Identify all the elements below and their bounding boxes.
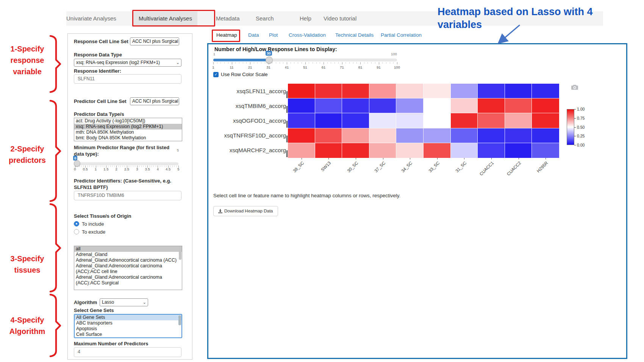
list-option-bmt-body-dna-850k-methylation[interactable]: bmt: Body DNA 850K Methylation [74, 135, 182, 141]
slider-tick-21: 21 [244, 65, 256, 69]
nav-item-video-tutorial[interactable]: Video tutorial [324, 11, 356, 26]
slider-tick-71: 71 [336, 65, 348, 69]
tissue-include-radio[interactable] [74, 221, 79, 226]
predictor-cell-line-set-label: Predictor Cell Line Set [74, 98, 127, 105]
list-option-apoptosis[interactable]: Apoptosis [75, 326, 181, 332]
minor-tick [135, 165, 135, 167]
response-identifier-input[interactable]: SLFN11 [74, 74, 181, 84]
heatmap-row-label-xsqogfod1-accorg[interactable]: xsqOGFOD1_accorg [208, 117, 286, 124]
camera-icon[interactable] [571, 84, 578, 91]
response-cell-line-set-select[interactable]: ACC NCI plus Surgical⌄ [130, 37, 179, 45]
heatmap-cell-xsqTMBIM6_accorg-SW13 [315, 98, 342, 113]
minor-tick [356, 62, 357, 64]
range-slider-track[interactable] [74, 162, 178, 165]
response-data-type-select[interactable]: xsq: RNA-seq Expression (log2 FPKM+1)⌄ [74, 59, 181, 67]
heatmap-column-label-34-sc[interactable]: 34_SC [389, 161, 414, 186]
list-option-mth-dna-850k-methylation[interactable]: mth: DNA 850K Methylation [74, 130, 182, 135]
tab-partial-correlation[interactable]: Partial Correlation [381, 32, 422, 39]
column-tick [302, 158, 302, 159]
predictor-cell-line-set-select[interactable]: ACC NCI plus Surgical⌄ [130, 97, 179, 105]
minor-tick [320, 62, 320, 64]
minor-tick [94, 165, 94, 167]
tissue-exclude-radio[interactable] [74, 229, 79, 234]
predictor-identifiers-label: Predictor Identifiers: (Case-Sensitive, … [74, 178, 179, 190]
heatmap-cell-xsqMARCHF2_accorg-H295R [532, 143, 559, 158]
colorbar-tick [574, 127, 576, 128]
heatmap-cell-xsqTNFRSF10D_accorg-30_SC [342, 128, 369, 143]
lines-slider-max-label: 100 [391, 52, 397, 56]
tab-cross-validation[interactable]: Cross-Validation [289, 32, 326, 39]
heatmap-grid [288, 84, 559, 158]
list-option-all[interactable]: all [74, 246, 182, 252]
tissue-listbox[interactable]: allAdrenal_GlandAdrenal_Gland:Adrenocort… [74, 246, 182, 290]
step-annotation-2: 2-Specify predictors [3, 143, 52, 166]
list-option-abc-transporters[interactable]: ABC transporters [75, 320, 181, 326]
heatmap-row-label-xsqtmbim6-accorg[interactable]: xsqTMBIM6_accorg [208, 103, 286, 109]
tissue-exclude-label[interactable]: To exclude [82, 229, 105, 235]
list-option-adrenal-gland-adrenocortical-carcinoma-acc[interactable]: Adrenal_Gland:Adrenocortical carcinoma (… [74, 257, 182, 263]
tissue-include-label[interactable]: To include [82, 221, 104, 227]
heatmap-column-label-38-sc[interactable]: 38_SC [280, 161, 305, 186]
heatmap-column-label-37-sc[interactable]: 37_SC [361, 161, 386, 186]
nav-item-multivariate-analyses[interactable]: Multivariate Analyses [133, 11, 197, 26]
heatmap-column-label-31-sc[interactable]: 31_SC [443, 161, 468, 186]
nav-item-univariate-analyses[interactable]: Univariate Analyses [66, 11, 116, 26]
heatmap-row-label-xsqtnfrsf10d-accorg[interactable]: xsqTNFRSF10D_accorg [208, 132, 286, 139]
scrollbar-thumb[interactable] [179, 247, 181, 260]
range-slider-handle[interactable] [74, 160, 80, 167]
heatmap-cell-xsqTNFRSF10D_accorg-CUACC1 [478, 128, 505, 143]
colorbar-tick [574, 109, 576, 109]
gene-sets-listbox[interactable]: All Gene SetsABC transportersApoptosisCe… [74, 314, 182, 338]
heatmap-column-label-h295r[interactable]: H295R [524, 161, 549, 186]
heatmap-cell-xsqOGFOD1_accorg-31_SC [451, 113, 478, 128]
minor-tick [104, 165, 104, 167]
heatmap-column-label-33-sc[interactable]: 33_SC [416, 161, 441, 186]
heatmap-cell-xsqOGFOD1_accorg-CUACC2 [505, 113, 532, 128]
scrollbar-thumb[interactable] [178, 315, 181, 325]
max-predictors-input[interactable]: 4 [74, 347, 181, 357]
nav-item-help[interactable]: Help [300, 11, 311, 26]
heatmap-cell-xsqTMBIM6_accorg-31_SC [451, 98, 478, 113]
list-option-adrenal-gland[interactable]: Adrenal_Gland [74, 252, 182, 257]
list-option-xsq-rna-seq-expression-log2-fpkm-1[interactable]: xsq: RNA-seq Expression (log2 FPKM+1) [74, 124, 182, 130]
minor-tick [166, 165, 166, 167]
heatmap-column-label-cuacc2[interactable]: CUACC2 [497, 161, 522, 186]
list-option-act-drug-activity-log10-ic50m[interactable]: act: Drug Activity (-log10[IC50M]) [74, 118, 182, 124]
heatmap-column-label-cuacc1[interactable]: CUACC1 [470, 161, 495, 186]
minor-tick [168, 165, 169, 168]
row-color-scale-checkbox[interactable]: ✓ [213, 72, 219, 77]
heatmap-cell-xsqMARCHF2_accorg-CUACC2 [505, 143, 532, 158]
list-option-adrenal-gland-adrenocortical-carcinoma-acc-acc-cell-line[interactable]: Adrenal_Gland:Adrenocortical carcinoma (… [74, 263, 182, 275]
nav-item-search[interactable]: Search [256, 11, 274, 26]
heatmap-cell-xsqMARCHF2_accorg-SW13 [315, 143, 342, 158]
minor-tick [162, 165, 162, 167]
tab-plot[interactable]: Plot [269, 32, 278, 39]
predictor-data-types-listbox[interactable]: act: Drug Activity (-log10[IC50M])xsq: R… [74, 118, 182, 141]
heatmap-cell-xsqOGFOD1_accorg-SW13 [315, 113, 342, 128]
tab-technical-details[interactable]: Technical Details [335, 32, 374, 39]
predictor-data-types-label: Predictor Data Type/s [74, 111, 124, 117]
heatmap-column-label-sw13[interactable]: SW13 [307, 161, 332, 186]
tab-heatmap[interactable]: Heatmap [216, 32, 237, 39]
minor-tick [298, 62, 298, 64]
heatmap-row-label-xsqmarchf2-accorg[interactable]: xsqMARCHF2_accorg [208, 147, 286, 154]
lines-slider-handle[interactable] [266, 56, 273, 64]
list-option-adrenal-gland-adrenocortical-carcinoma-acc-acc-surgical[interactable]: Adrenal_Gland:Adrenocortical carcinoma (… [74, 275, 182, 286]
algorithm-select[interactable]: Lasso⌄ [100, 298, 148, 306]
predictor-identifiers-input[interactable]: TNFRSF10D TMBIM6 [74, 191, 181, 200]
minor-tick [390, 62, 390, 64]
heatmap-cell-xsqMARCHF2_accorg-34_SC [396, 143, 424, 158]
download-heatmap-data-button[interactable]: Download Heatmap Data [213, 206, 278, 216]
row-color-scale-label[interactable]: Use Row Color Scale [221, 72, 268, 77]
heatmap-row-label-xsqslfn11-accorg[interactable]: xsqSLFN11_accorg [208, 88, 286, 95]
tab-data[interactable]: Data [248, 32, 259, 39]
minor-tick [123, 165, 123, 167]
list-option-all-gene-sets[interactable]: All Gene Sets [75, 315, 181, 320]
nav-item-metadata[interactable]: Metadata [216, 11, 240, 26]
list-option-cell-surface[interactable]: Cell Surface [75, 332, 181, 337]
max-predictors-label: Maximum Number of Predictors [74, 340, 148, 347]
minor-tick [220, 62, 221, 64]
minor-tick [129, 165, 129, 167]
heatmap-column-label-30-sc[interactable]: 30_SC [334, 161, 359, 186]
colorbar-label-0.00: 0.00 [577, 143, 585, 147]
